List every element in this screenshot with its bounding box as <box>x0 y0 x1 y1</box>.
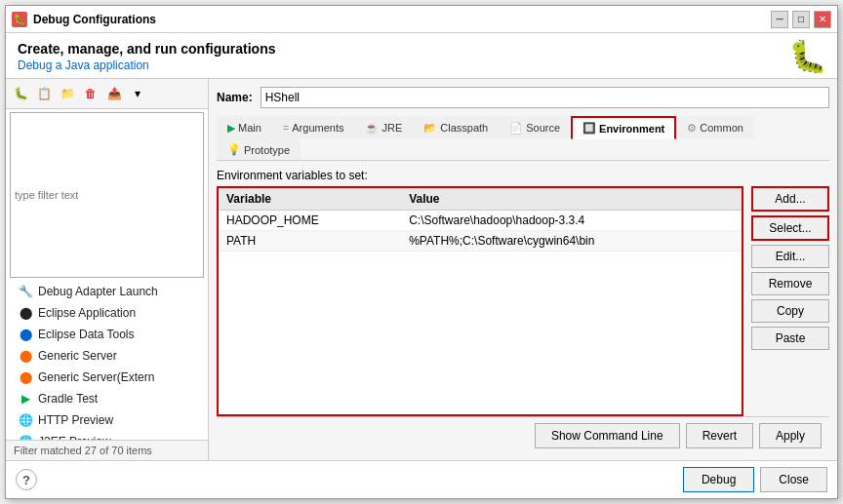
sidebar-item-debug-adapter[interactable]: 🔧 Debug Adapter Launch <box>6 281 208 302</box>
sidebar-item-label: Eclipse Data Tools <box>38 328 135 341</box>
var-path: PATH <box>219 231 401 252</box>
classpath-icon: 📂 <box>423 122 437 135</box>
title-bar-left: 🐛 Debug Configurations <box>12 12 156 27</box>
close-window-button[interactable]: ✕ <box>814 11 831 28</box>
tab-arguments[interactable]: = Arguments <box>272 116 355 138</box>
sidebar-item-label: Generic Server <box>38 349 117 363</box>
name-row: Name: <box>217 87 829 108</box>
env-icon: 🔲 <box>582 122 596 135</box>
sidebar-item-label: Generic Server(Extern <box>38 370 154 384</box>
name-label: Name: <box>217 91 253 104</box>
tabs-bar: ▶ Main = Arguments ☕ JRE 📂 Classpath 📄 <box>217 116 829 161</box>
eclipse-data-icon: ⬤ <box>18 327 33 342</box>
env-table-area: Variable Value HADOOP_HOME C:\Software\h… <box>217 186 829 416</box>
tab-common[interactable]: ⚙ Common <box>676 116 754 138</box>
paste-button[interactable]: Paste <box>751 327 829 350</box>
sidebar-item-eclipse-app[interactable]: ⬤ Eclipse Application <box>6 302 208 324</box>
apply-button[interactable]: Apply <box>759 423 822 448</box>
env-label: Environment variables to set: <box>217 169 829 182</box>
proto-icon: 💡 <box>227 143 241 156</box>
delete-button[interactable]: 🗑 <box>80 83 101 104</box>
tab-classpath[interactable]: 📂 Classpath <box>413 116 499 138</box>
sidebar-item-gradle[interactable]: ▶ Gradle Test <box>6 388 208 409</box>
env-section: Environment variables to set: Variable V… <box>217 169 829 416</box>
sidebar-toolbar: 🐛 📋 📁 🗑 📤 ▾ <box>6 79 208 109</box>
header-subtitle: Debug a Java application <box>18 58 825 72</box>
debug-button[interactable]: Debug <box>683 467 754 492</box>
env-buttons: Add... Select... Edit... Remove Copy Pas… <box>751 186 829 416</box>
args-icon: = <box>283 122 289 134</box>
sidebar-item-generic-server[interactable]: ⬤ Generic Server <box>6 345 208 367</box>
title-controls: ─ □ ✕ <box>771 11 831 28</box>
sidebar-footer: Filter matched 27 of 70 items <box>6 440 208 460</box>
window-title: Debug Configurations <box>33 13 156 26</box>
new-config-button[interactable]: 🐛 <box>10 83 31 104</box>
sidebar: 🐛 📋 📁 🗑 📤 ▾ 🔧 Debug Adapter Launch ⬤ Ecl… <box>6 79 209 460</box>
maximize-button[interactable]: □ <box>792 11 810 28</box>
debug-adapter-icon: 🔧 <box>18 284 33 299</box>
sidebar-item-http[interactable]: 🌐 HTTP Preview <box>6 409 208 431</box>
sidebar-item-j2ee[interactable]: 🌐 J2EE Preview <box>6 431 208 441</box>
sidebar-item-label: Gradle Test <box>38 392 98 406</box>
show-command-line-button[interactable]: Show Command Line <box>535 423 680 448</box>
source-icon: 📄 <box>509 122 523 135</box>
close-dialog-button[interactable]: Close <box>760 467 827 492</box>
sidebar-list: 🔧 Debug Adapter Launch ⬤ Eclipse Applica… <box>6 281 208 441</box>
val-path: %PATH%;C:\Software\cygwin64\bin <box>401 231 742 252</box>
add-button[interactable]: Add... <box>751 186 829 212</box>
table-row[interactable]: HADOOP_HOME C:\Software\hadoop\hadoop-3.… <box>219 211 742 231</box>
name-input[interactable] <box>261 87 829 108</box>
filter-input[interactable] <box>10 112 204 278</box>
minimize-button[interactable]: ─ <box>771 11 788 28</box>
sidebar-item-label: HTTP Preview <box>38 413 113 427</box>
remove-button[interactable]: Remove <box>751 272 829 295</box>
eclipse-app-icon: ⬤ <box>18 305 33 321</box>
window-icon: 🐛 <box>12 12 27 27</box>
common-icon: ⚙ <box>687 122 697 135</box>
debug-configurations-window: 🐛 Debug Configurations ─ □ ✕ Create, man… <box>5 5 838 499</box>
env-table-container: Variable Value HADOOP_HOME C:\Software\h… <box>217 186 743 416</box>
col-value: Value <box>401 188 742 211</box>
header-area: Create, manage, and run configurations D… <box>6 33 837 79</box>
val-hadoop-home: C:\Software\hadoop\hadoop-3.3.4 <box>401 211 742 231</box>
sidebar-item-label: Eclipse Application <box>38 306 136 320</box>
content-area: Name: ▶ Main = Arguments ☕ JRE 📂 <box>209 79 837 460</box>
sidebar-item-label: Debug Adapter Launch <box>38 285 158 298</box>
table-row[interactable]: PATH %PATH%;C:\Software\cygwin64\bin <box>219 231 742 252</box>
bottom-bar: Show Command Line Revert Apply <box>217 416 829 452</box>
dialog-footer: ? Debug Close <box>6 460 837 498</box>
tab-main[interactable]: ▶ Main <box>217 116 272 138</box>
gradle-icon: ▶ <box>18 391 33 407</box>
export-button[interactable]: 📤 <box>103 83 125 104</box>
select-button[interactable]: Select... <box>751 215 829 241</box>
var-hadoop-home: HADOOP_HOME <box>219 211 401 231</box>
organize-button[interactable]: 📁 <box>57 83 78 104</box>
http-icon: 🌐 <box>18 412 33 428</box>
generic-server-icon: ⬤ <box>18 348 33 364</box>
import-button[interactable]: ▾ <box>127 83 148 104</box>
main-area: 🐛 📋 📁 🗑 📤 ▾ 🔧 Debug Adapter Launch ⬤ Ecl… <box>6 79 837 460</box>
tab-jre[interactable]: ☕ JRE <box>354 116 413 138</box>
env-table: Variable Value HADOOP_HOME C:\Software\h… <box>219 188 742 252</box>
main-icon: ▶ <box>227 122 235 135</box>
tab-source[interactable]: 📄 Source <box>499 116 571 138</box>
title-bar: 🐛 Debug Configurations ─ □ ✕ <box>6 6 837 33</box>
jre-icon: ☕ <box>365 122 379 135</box>
footer-buttons: Debug Close <box>683 467 827 492</box>
tab-environment[interactable]: 🔲 Environment <box>571 116 676 139</box>
tab-prototype[interactable]: 💡 Prototype <box>217 138 301 160</box>
sidebar-item-eclipse-data[interactable]: ⬤ Eclipse Data Tools <box>6 324 208 345</box>
revert-button[interactable]: Revert <box>686 423 753 448</box>
col-variable: Variable <box>219 188 401 211</box>
generic-server-ext-icon: ⬤ <box>18 369 33 385</box>
header-title: Create, manage, and run configurations <box>18 41 825 57</box>
sidebar-item-generic-server-ext[interactable]: ⬤ Generic Server(Extern <box>6 367 208 388</box>
edit-button[interactable]: Edit... <box>751 245 829 268</box>
copy-button[interactable]: Copy <box>751 299 829 323</box>
help-button[interactable]: ? <box>16 469 37 490</box>
bug-decoration-icon: 🐛 <box>788 38 827 75</box>
duplicate-button[interactable]: 📋 <box>33 83 55 104</box>
